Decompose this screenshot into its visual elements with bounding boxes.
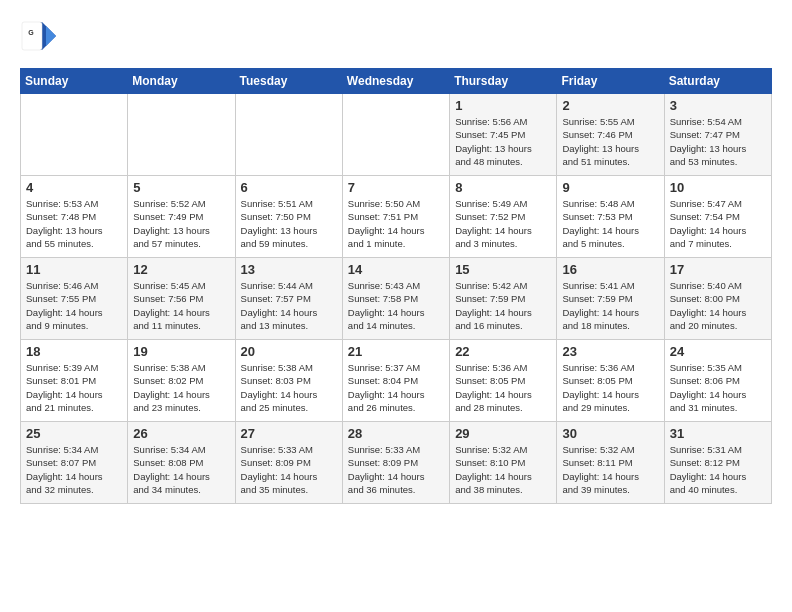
day-cell: 29Sunrise: 5:32 AM Sunset: 8:10 PM Dayli… (450, 422, 557, 504)
day-info: Sunrise: 5:52 AM Sunset: 7:49 PM Dayligh… (133, 197, 229, 250)
day-info: Sunrise: 5:49 AM Sunset: 7:52 PM Dayligh… (455, 197, 551, 250)
day-info: Sunrise: 5:33 AM Sunset: 8:09 PM Dayligh… (348, 443, 444, 496)
day-number: 28 (348, 426, 444, 441)
day-cell: 27Sunrise: 5:33 AM Sunset: 8:09 PM Dayli… (235, 422, 342, 504)
day-cell (21, 94, 128, 176)
col-header-friday: Friday (557, 69, 664, 94)
day-cell: 4Sunrise: 5:53 AM Sunset: 7:48 PM Daylig… (21, 176, 128, 258)
day-cell: 13Sunrise: 5:44 AM Sunset: 7:57 PM Dayli… (235, 258, 342, 340)
day-number: 9 (562, 180, 658, 195)
day-cell: 1Sunrise: 5:56 AM Sunset: 7:45 PM Daylig… (450, 94, 557, 176)
col-header-tuesday: Tuesday (235, 69, 342, 94)
day-cell: 21Sunrise: 5:37 AM Sunset: 8:04 PM Dayli… (342, 340, 449, 422)
day-info: Sunrise: 5:55 AM Sunset: 7:46 PM Dayligh… (562, 115, 658, 168)
day-cell: 25Sunrise: 5:34 AM Sunset: 8:07 PM Dayli… (21, 422, 128, 504)
day-cell: 30Sunrise: 5:32 AM Sunset: 8:11 PM Dayli… (557, 422, 664, 504)
day-number: 13 (241, 262, 337, 277)
day-cell: 3Sunrise: 5:54 AM Sunset: 7:47 PM Daylig… (664, 94, 771, 176)
day-number: 12 (133, 262, 229, 277)
col-header-saturday: Saturday (664, 69, 771, 94)
day-number: 8 (455, 180, 551, 195)
day-number: 7 (348, 180, 444, 195)
day-number: 29 (455, 426, 551, 441)
col-header-thursday: Thursday (450, 69, 557, 94)
day-number: 25 (26, 426, 122, 441)
day-cell: 16Sunrise: 5:41 AM Sunset: 7:59 PM Dayli… (557, 258, 664, 340)
day-info: Sunrise: 5:56 AM Sunset: 7:45 PM Dayligh… (455, 115, 551, 168)
day-cell: 23Sunrise: 5:36 AM Sunset: 8:05 PM Dayli… (557, 340, 664, 422)
svg-rect-3 (22, 22, 42, 50)
day-info: Sunrise: 5:53 AM Sunset: 7:48 PM Dayligh… (26, 197, 122, 250)
day-info: Sunrise: 5:31 AM Sunset: 8:12 PM Dayligh… (670, 443, 766, 496)
logo: G (20, 18, 60, 54)
day-number: 14 (348, 262, 444, 277)
day-info: Sunrise: 5:42 AM Sunset: 7:59 PM Dayligh… (455, 279, 551, 332)
week-row-1: 1Sunrise: 5:56 AM Sunset: 7:45 PM Daylig… (21, 94, 772, 176)
day-number: 1 (455, 98, 551, 113)
day-cell: 26Sunrise: 5:34 AM Sunset: 8:08 PM Dayli… (128, 422, 235, 504)
header-row: SundayMondayTuesdayWednesdayThursdayFrid… (21, 69, 772, 94)
svg-marker-2 (46, 26, 56, 46)
day-cell: 19Sunrise: 5:38 AM Sunset: 8:02 PM Dayli… (128, 340, 235, 422)
day-cell: 11Sunrise: 5:46 AM Sunset: 7:55 PM Dayli… (21, 258, 128, 340)
week-row-4: 18Sunrise: 5:39 AM Sunset: 8:01 PM Dayli… (21, 340, 772, 422)
day-cell: 12Sunrise: 5:45 AM Sunset: 7:56 PM Dayli… (128, 258, 235, 340)
day-cell: 7Sunrise: 5:50 AM Sunset: 7:51 PM Daylig… (342, 176, 449, 258)
day-number: 18 (26, 344, 122, 359)
col-header-monday: Monday (128, 69, 235, 94)
day-cell: 2Sunrise: 5:55 AM Sunset: 7:46 PM Daylig… (557, 94, 664, 176)
day-info: Sunrise: 5:44 AM Sunset: 7:57 PM Dayligh… (241, 279, 337, 332)
day-info: Sunrise: 5:47 AM Sunset: 7:54 PM Dayligh… (670, 197, 766, 250)
day-info: Sunrise: 5:38 AM Sunset: 8:03 PM Dayligh… (241, 361, 337, 414)
day-info: Sunrise: 5:39 AM Sunset: 8:01 PM Dayligh… (26, 361, 122, 414)
day-cell: 20Sunrise: 5:38 AM Sunset: 8:03 PM Dayli… (235, 340, 342, 422)
day-info: Sunrise: 5:48 AM Sunset: 7:53 PM Dayligh… (562, 197, 658, 250)
day-number: 5 (133, 180, 229, 195)
day-number: 22 (455, 344, 551, 359)
day-cell (235, 94, 342, 176)
day-cell: 17Sunrise: 5:40 AM Sunset: 8:00 PM Dayli… (664, 258, 771, 340)
day-cell: 6Sunrise: 5:51 AM Sunset: 7:50 PM Daylig… (235, 176, 342, 258)
day-info: Sunrise: 5:46 AM Sunset: 7:55 PM Dayligh… (26, 279, 122, 332)
day-info: Sunrise: 5:54 AM Sunset: 7:47 PM Dayligh… (670, 115, 766, 168)
day-number: 3 (670, 98, 766, 113)
day-number: 2 (562, 98, 658, 113)
col-header-sunday: Sunday (21, 69, 128, 94)
day-number: 4 (26, 180, 122, 195)
day-cell: 18Sunrise: 5:39 AM Sunset: 8:01 PM Dayli… (21, 340, 128, 422)
day-cell: 24Sunrise: 5:35 AM Sunset: 8:06 PM Dayli… (664, 340, 771, 422)
calendar-table: SundayMondayTuesdayWednesdayThursdayFrid… (20, 68, 772, 504)
day-info: Sunrise: 5:41 AM Sunset: 7:59 PM Dayligh… (562, 279, 658, 332)
week-row-2: 4Sunrise: 5:53 AM Sunset: 7:48 PM Daylig… (21, 176, 772, 258)
day-info: Sunrise: 5:35 AM Sunset: 8:06 PM Dayligh… (670, 361, 766, 414)
day-cell: 9Sunrise: 5:48 AM Sunset: 7:53 PM Daylig… (557, 176, 664, 258)
day-number: 20 (241, 344, 337, 359)
day-cell: 28Sunrise: 5:33 AM Sunset: 8:09 PM Dayli… (342, 422, 449, 504)
day-cell (342, 94, 449, 176)
day-info: Sunrise: 5:34 AM Sunset: 8:08 PM Dayligh… (133, 443, 229, 496)
day-number: 27 (241, 426, 337, 441)
day-number: 16 (562, 262, 658, 277)
header: G (20, 18, 772, 54)
day-info: Sunrise: 5:34 AM Sunset: 8:07 PM Dayligh… (26, 443, 122, 496)
day-info: Sunrise: 5:36 AM Sunset: 8:05 PM Dayligh… (455, 361, 551, 414)
day-info: Sunrise: 5:43 AM Sunset: 7:58 PM Dayligh… (348, 279, 444, 332)
day-info: Sunrise: 5:45 AM Sunset: 7:56 PM Dayligh… (133, 279, 229, 332)
week-row-3: 11Sunrise: 5:46 AM Sunset: 7:55 PM Dayli… (21, 258, 772, 340)
day-number: 23 (562, 344, 658, 359)
day-info: Sunrise: 5:36 AM Sunset: 8:05 PM Dayligh… (562, 361, 658, 414)
week-row-5: 25Sunrise: 5:34 AM Sunset: 8:07 PM Dayli… (21, 422, 772, 504)
day-number: 24 (670, 344, 766, 359)
day-number: 31 (670, 426, 766, 441)
day-number: 30 (562, 426, 658, 441)
day-info: Sunrise: 5:32 AM Sunset: 8:11 PM Dayligh… (562, 443, 658, 496)
day-number: 10 (670, 180, 766, 195)
day-info: Sunrise: 5:51 AM Sunset: 7:50 PM Dayligh… (241, 197, 337, 250)
day-info: Sunrise: 5:37 AM Sunset: 8:04 PM Dayligh… (348, 361, 444, 414)
day-cell: 14Sunrise: 5:43 AM Sunset: 7:58 PM Dayli… (342, 258, 449, 340)
day-cell: 15Sunrise: 5:42 AM Sunset: 7:59 PM Dayli… (450, 258, 557, 340)
day-cell: 8Sunrise: 5:49 AM Sunset: 7:52 PM Daylig… (450, 176, 557, 258)
day-cell: 31Sunrise: 5:31 AM Sunset: 8:12 PM Dayli… (664, 422, 771, 504)
day-number: 6 (241, 180, 337, 195)
day-cell: 22Sunrise: 5:36 AM Sunset: 8:05 PM Dayli… (450, 340, 557, 422)
